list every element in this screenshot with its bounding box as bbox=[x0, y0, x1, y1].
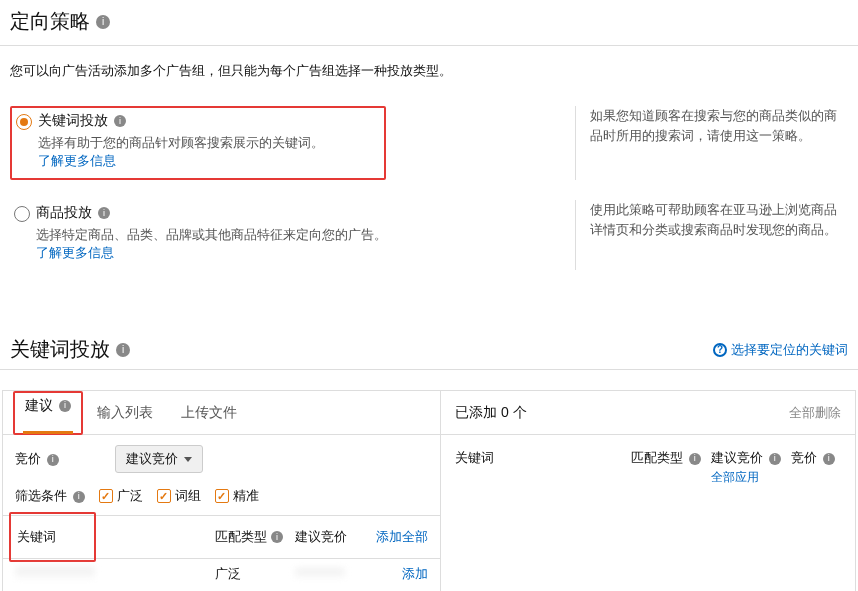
option-title: 关键词投放 bbox=[38, 112, 108, 130]
delete-all-link[interactable]: 全部删除 bbox=[789, 404, 841, 422]
keyword-right-panel: 已添加 0 个 全部删除 关键词 匹配类型 i 建议竞价 i 全 bbox=[441, 391, 855, 591]
bid-row: 竞价 i 建议竞价 bbox=[3, 435, 440, 483]
option-content: 关键词投放 i 选择有助于您的商品针对顾客搜索展示的关键词。 了解更多信息 bbox=[38, 112, 324, 170]
filter-row: 筛选条件 i 广泛 词组 精准 bbox=[3, 483, 440, 515]
info-icon[interactable]: i bbox=[823, 453, 835, 465]
info-icon[interactable]: i bbox=[59, 400, 71, 412]
checkbox-icon bbox=[215, 489, 229, 503]
option-desc: 选择特定商品、品类、品牌或其他商品特征来定向您的广告。 bbox=[36, 226, 387, 244]
bid-cell-blurred bbox=[295, 568, 345, 580]
highlight-box: 建议 i bbox=[13, 391, 83, 435]
bid-label: 竞价 i bbox=[15, 450, 59, 468]
filter-label: 筛选条件 i bbox=[15, 487, 85, 505]
keyword-cell-blurred bbox=[15, 567, 95, 581]
info-icon[interactable]: i bbox=[689, 453, 701, 465]
select-link-text: 选择要定位的关键词 bbox=[731, 341, 848, 359]
checkbox-broad[interactable]: 广泛 bbox=[99, 487, 143, 505]
table-header: 关键词 匹配类型 i 建议竞价 添加全部 bbox=[3, 515, 440, 559]
col-keyword: 关键词 bbox=[455, 449, 631, 486]
tab-suggestions[interactable]: 建议 i bbox=[23, 390, 73, 434]
col-bid: 竞价 bbox=[791, 450, 817, 465]
targeting-option-keyword: 关键词投放 i 选择有助于您的商品针对顾客搜索展示的关键词。 了解更多信息 如果… bbox=[10, 96, 848, 190]
option-right-desc: 如果您知道顾客在搜索与您的商品类似的商品时所用的搜索词，请使用这一策略。 bbox=[575, 106, 848, 180]
option-title: 商品投放 bbox=[36, 204, 92, 222]
chevron-down-icon bbox=[184, 457, 192, 462]
radio-keyword[interactable] bbox=[16, 114, 32, 130]
table-body: 广泛 添加 词组 添加 精准 添加 广泛 bbox=[3, 559, 440, 591]
info-icon[interactable]: i bbox=[96, 15, 110, 29]
col-suggested-bid: 建议竞价 bbox=[295, 528, 347, 546]
info-icon[interactable]: i bbox=[769, 453, 781, 465]
intro-text: 您可以向广告活动添加多个广告组，但只能为每个广告组选择一种投放类型。 bbox=[0, 46, 858, 88]
keyword-section: 关键词投放 i ? 选择要定位的关键词 建议 i 输入列表 上传文件 bbox=[0, 330, 858, 591]
col-suggested-bid: 建议竞价 bbox=[711, 450, 763, 465]
col-match: 匹配类型 bbox=[215, 528, 267, 546]
question-icon: ? bbox=[713, 343, 727, 357]
info-icon[interactable]: i bbox=[73, 491, 85, 503]
info-icon[interactable]: i bbox=[271, 531, 283, 543]
checkbox-exact[interactable]: 精准 bbox=[215, 487, 259, 505]
tab-label: 建议 bbox=[25, 397, 53, 415]
table-row: 广泛 添加 bbox=[3, 559, 440, 589]
tab-upload-file[interactable]: 上传文件 bbox=[167, 404, 251, 422]
option-right-desc: 使用此策略可帮助顾客在亚马逊上浏览商品详情页和分类或搜索商品时发现您的商品。 bbox=[575, 200, 848, 270]
checkbox-icon bbox=[99, 489, 113, 503]
targeting-options: 关键词投放 i 选择有助于您的商品针对顾客搜索展示的关键词。 了解更多信息 如果… bbox=[0, 88, 858, 290]
select-keywords-link[interactable]: ? 选择要定位的关键词 bbox=[713, 341, 848, 359]
col-match: 匹配类型 bbox=[631, 450, 683, 465]
option-content: 商品投放 i 选择特定商品、品类、品牌或其他商品特征来定向您的广告。 了解更多信… bbox=[36, 204, 387, 262]
cb-label: 广泛 bbox=[117, 487, 143, 505]
targeting-option-product: 商品投放 i 选择特定商品、品类、品牌或其他商品特征来定向您的广告。 了解更多信… bbox=[10, 190, 848, 280]
tab-input-list[interactable]: 输入列表 bbox=[83, 404, 167, 422]
keyword-section-title: 关键词投放 i bbox=[10, 336, 713, 363]
radio-product[interactable] bbox=[14, 206, 30, 222]
info-icon[interactable]: i bbox=[116, 343, 130, 357]
keyword-body: 建议 i 输入列表 上传文件 竞价 i 建议竞价 bbox=[2, 390, 856, 591]
tabs: 建议 i 输入列表 上传文件 bbox=[3, 391, 440, 435]
add-link[interactable]: 添加 bbox=[402, 566, 428, 581]
bid-label-text: 竞价 bbox=[15, 451, 41, 466]
right-columns: 关键词 匹配类型 i 建议竞价 i 全部应用 竞价 i bbox=[441, 435, 855, 500]
dropdown-value: 建议竞价 bbox=[126, 450, 178, 468]
keyword-left-panel: 建议 i 输入列表 上传文件 竞价 i 建议竞价 bbox=[3, 391, 441, 591]
learn-more-link[interactable]: 了解更多信息 bbox=[36, 244, 387, 262]
right-header: 已添加 0 个 全部删除 bbox=[441, 391, 855, 435]
info-icon[interactable]: i bbox=[114, 115, 126, 127]
section-targeting-strategy-title: 定向策略 i bbox=[0, 0, 858, 45]
apply-all-link[interactable]: 全部应用 bbox=[711, 469, 791, 486]
title-text: 定向策略 bbox=[10, 8, 90, 35]
cb-label: 词组 bbox=[175, 487, 201, 505]
filter-label-text: 筛选条件 bbox=[15, 488, 67, 503]
bid-dropdown[interactable]: 建议竞价 bbox=[115, 445, 203, 473]
title-text: 关键词投放 bbox=[10, 336, 110, 363]
col-keyword: 关键词 bbox=[17, 529, 56, 544]
info-icon[interactable]: i bbox=[98, 207, 110, 219]
match-cell: 广泛 bbox=[215, 565, 295, 583]
option-desc: 选择有助于您的商品针对顾客搜索展示的关键词。 bbox=[38, 134, 324, 152]
highlight-box: 关键词 bbox=[9, 512, 96, 562]
cb-label: 精准 bbox=[233, 487, 259, 505]
checkbox-phrase[interactable]: 词组 bbox=[157, 487, 201, 505]
info-icon[interactable]: i bbox=[47, 454, 59, 466]
checkbox-icon bbox=[157, 489, 171, 503]
divider bbox=[0, 369, 858, 370]
add-all-link[interactable]: 添加全部 bbox=[376, 529, 428, 544]
learn-more-link[interactable]: 了解更多信息 bbox=[38, 152, 324, 170]
added-count: 已添加 0 个 bbox=[455, 404, 527, 422]
